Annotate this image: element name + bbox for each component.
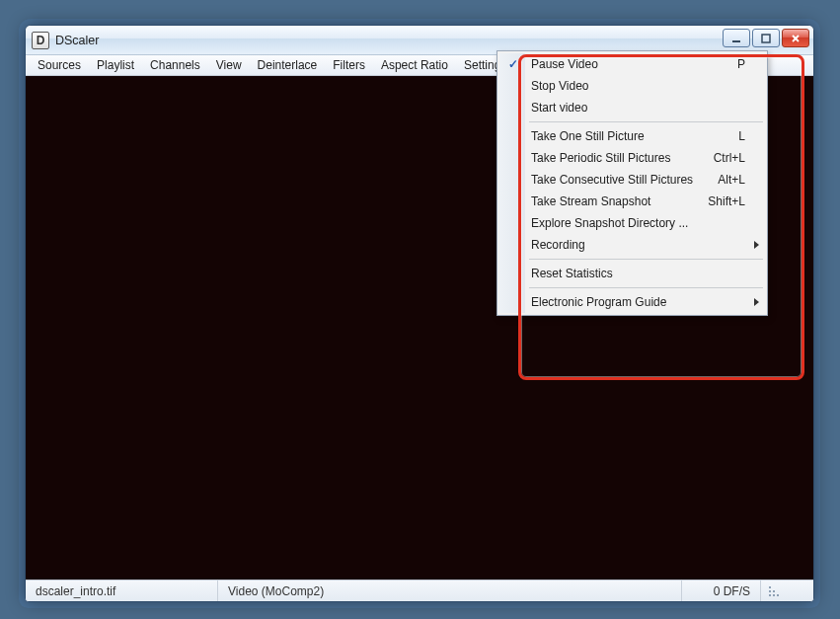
- svg-rect-0: [732, 40, 740, 42]
- status-codec: Video (MoComp2): [218, 580, 682, 601]
- menu-item-reset-statistics[interactable]: Reset Statistics: [499, 263, 765, 284]
- menu-item-label: Pause Video: [531, 57, 598, 71]
- menu-item-label: Stop Video: [531, 79, 589, 93]
- menu-separator: [529, 287, 763, 288]
- menu-item-explore-snapshot-directory[interactable]: Explore Snapshot Directory ...: [499, 212, 765, 234]
- menu-item-start-video[interactable]: Start video: [499, 97, 765, 118]
- status-bar: dscaler_intro.tif Video (MoComp2) 0 DF/S: [26, 580, 813, 601]
- menu-sources[interactable]: Sources: [30, 55, 89, 75]
- menu-item-label: Take One Still Picture: [531, 129, 645, 143]
- menu-item-label: Electronic Program Guide: [531, 295, 666, 309]
- menu-item-shortcut: Alt+L: [718, 173, 745, 187]
- window-title: DScaler: [55, 34, 99, 47]
- menu-item-label: Take Periodic Still Pictures: [531, 151, 670, 165]
- actions-menu: ✓Pause VideoPStop VideoStart videoTake O…: [496, 50, 768, 316]
- menu-item-label: Start video: [531, 101, 587, 115]
- menu-item-stop-video[interactable]: Stop Video: [499, 75, 765, 97]
- menu-item-shortcut: Shift+L: [708, 194, 745, 208]
- menu-item-shortcut: L: [738, 129, 745, 143]
- submenu-arrow-icon: [754, 241, 759, 249]
- menu-separator: [529, 259, 763, 260]
- menu-channels[interactable]: Channels: [142, 55, 208, 75]
- menu-item-label: Recording: [531, 238, 585, 252]
- status-file: dscaler_intro.tif: [26, 580, 218, 601]
- menu-aspect-ratio[interactable]: Aspect Ratio: [373, 55, 456, 75]
- resize-grip[interactable]: [761, 583, 783, 599]
- menu-item-electronic-program-guide[interactable]: Electronic Program Guide: [499, 291, 765, 313]
- menu-item-label: Take Stream Snapshot: [531, 194, 650, 208]
- menu-item-label: Reset Statistics: [531, 267, 613, 280]
- menu-playlist[interactable]: Playlist: [89, 55, 142, 75]
- menu-item-shortcut: Ctrl+L: [714, 151, 745, 165]
- menu-item-pause-video[interactable]: ✓Pause VideoP: [499, 53, 765, 75]
- menu-item-label: Explore Snapshot Directory ...: [531, 216, 688, 230]
- menu-item-recording[interactable]: Recording: [499, 234, 765, 256]
- submenu-arrow-icon: [754, 298, 759, 306]
- menu-item-take-stream-snapshot[interactable]: Take Stream SnapshotShift+L: [499, 191, 765, 212]
- status-dfs: 0 DF/S: [682, 580, 761, 601]
- check-icon: ✓: [505, 57, 521, 71]
- svg-rect-1: [762, 35, 770, 42]
- app-icon: D: [32, 32, 49, 49]
- menu-view[interactable]: View: [208, 55, 250, 75]
- menu-item-take-periodic-still-pictures[interactable]: Take Periodic Still PicturesCtrl+L: [499, 147, 765, 169]
- menu-filters[interactable]: Filters: [325, 55, 373, 75]
- close-button[interactable]: [782, 29, 809, 47]
- menu-deinterlace[interactable]: Deinterlace: [250, 55, 326, 75]
- menu-item-shortcut: P: [737, 57, 745, 71]
- menu-separator: [529, 121, 763, 122]
- minimize-button[interactable]: [723, 29, 750, 47]
- maximize-button[interactable]: [752, 29, 780, 47]
- window-controls: [723, 29, 809, 47]
- menu-item-take-consecutive-still-pictures[interactable]: Take Consecutive Still PicturesAlt+L: [499, 169, 765, 191]
- menu-item-label: Take Consecutive Still Pictures: [531, 173, 693, 187]
- menu-item-take-one-still-picture[interactable]: Take One Still PictureL: [499, 125, 765, 147]
